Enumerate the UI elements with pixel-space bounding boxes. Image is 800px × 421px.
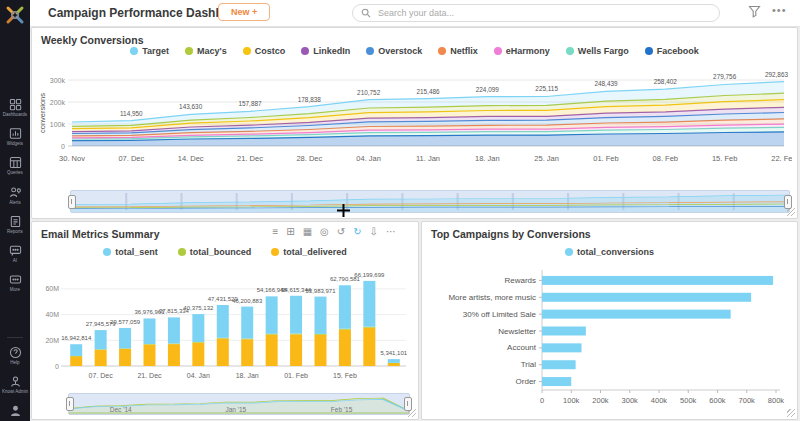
app-root: DashboardsWidgetsQueriesAlertsReportsAIM… xyxy=(0,0,800,421)
widgets-icon xyxy=(9,127,22,140)
navigator-label: Feb '15 xyxy=(331,406,352,413)
sidebar-item-label: Knowi Admin xyxy=(2,389,28,394)
navigator-label: Dec '14 xyxy=(110,406,132,413)
legend-item-linkedin[interactable]: LinkedIn xyxy=(301,46,350,56)
legend-swatch xyxy=(243,47,251,55)
knowi-logo-icon[interactable] xyxy=(4,4,26,26)
sidebar-item-alerts[interactable]: Alerts xyxy=(0,186,30,205)
widget-title: Weekly Conversions xyxy=(41,34,144,46)
sidebar-item-label: Widgets xyxy=(7,141,23,146)
svg-text:16,942,814: 16,942,814 xyxy=(61,335,92,341)
legend-label: Macy's xyxy=(197,46,227,56)
svg-text:28. Dec: 28. Dec xyxy=(296,154,322,163)
weekly-area-chart[interactable]: 0100k200k300kconversions114,950143,63015… xyxy=(36,60,792,180)
svg-text:30% off Limited Sale: 30% off Limited Sale xyxy=(463,310,537,319)
navigator-handle-right[interactable] xyxy=(784,195,792,209)
email-bar-chart[interactable]: 020M40M60M16,942,81427,945,57929,577,059… xyxy=(34,262,414,396)
legend-swatch xyxy=(130,47,138,55)
sidebar-item-help[interactable]: Help xyxy=(0,346,30,365)
sidebar-item-admin[interactable]: Knowi Admin xyxy=(0,375,30,394)
svg-text:More artists, more music: More artists, more music xyxy=(448,293,536,302)
svg-text:248,439: 248,439 xyxy=(594,80,618,87)
svg-text:215,486: 215,486 xyxy=(416,88,440,95)
sidebar-item-queries[interactable]: Queries xyxy=(0,156,30,175)
svg-text:53,983,971: 53,983,971 xyxy=(305,288,336,294)
legend-item-total-sent[interactable]: total_sent xyxy=(103,247,158,257)
svg-text:40,375,132: 40,375,132 xyxy=(183,305,214,311)
sidebar-item-dashboards[interactable]: Dashboards xyxy=(0,98,30,117)
legend-item-netflix[interactable]: Netflix xyxy=(438,46,478,56)
filter-funnel-icon[interactable] xyxy=(748,5,761,18)
resize-handle[interactable] xyxy=(787,409,795,417)
widget-title: Email Metrics Summary xyxy=(41,228,159,240)
svg-text:20M: 20M xyxy=(45,337,59,344)
sidebar-item-more[interactable]: More xyxy=(0,273,30,292)
svg-text:15. Feb: 15. Feb xyxy=(712,154,737,163)
svg-text:210,752: 210,752 xyxy=(357,89,381,96)
svg-text:29,577,059: 29,577,059 xyxy=(110,319,141,325)
legend-label: Facebook xyxy=(657,46,699,56)
export-grid-icon[interactable]: ⊞ xyxy=(286,227,294,237)
legend-item-eharmony[interactable]: eHarmony xyxy=(494,46,550,56)
widget-title: Top Campaigns by Conversions xyxy=(431,228,591,240)
weekly-range-navigator[interactable] xyxy=(70,190,790,213)
refresh-icon[interactable]: ↻ xyxy=(353,227,361,237)
sidebar-item-label: More xyxy=(10,287,20,292)
chart-settings-icon[interactable]: ▦ xyxy=(303,227,312,237)
legend-item-target[interactable]: Target xyxy=(130,46,169,56)
widget-toolbar: ≡⊞▦◎↺↻⇩⋯ xyxy=(272,227,396,237)
svg-text:Rewards: Rewards xyxy=(504,276,536,285)
legend-label: eHarmony xyxy=(506,46,550,56)
navigator-handle-left[interactable] xyxy=(66,397,74,411)
user-avatar-icon xyxy=(9,404,22,417)
svg-text:40M: 40M xyxy=(45,311,59,318)
email-range-navigator[interactable]: Dec '14 Jan '15 Feb '15 xyxy=(68,393,410,415)
queries-icon xyxy=(9,156,22,169)
navigator-handle-left[interactable] xyxy=(68,195,76,209)
legend-label: Costco xyxy=(255,46,286,56)
user-avatar[interactable] xyxy=(0,404,30,417)
navigator-handle-right[interactable] xyxy=(404,397,412,411)
svg-text:04. Jan: 04. Jan xyxy=(187,372,210,379)
svg-text:07. Dec: 07. Dec xyxy=(89,372,114,379)
legend-item-total-delivered[interactable]: total_delivered xyxy=(271,247,347,257)
insights-icon[interactable]: ◎ xyxy=(320,227,329,237)
new-button[interactable]: New + xyxy=(218,3,270,21)
svg-text:600k: 600k xyxy=(709,396,726,405)
svg-text:5,341,101: 5,341,101 xyxy=(380,350,407,356)
legend-item-facebook[interactable]: Facebook xyxy=(645,46,699,56)
email-metrics-widget: Email Metrics Summary ≡⊞▦◎↺↻⇩⋯ total_sen… xyxy=(31,221,419,420)
svg-text:100k: 100k xyxy=(563,396,580,405)
legend-item-total-conversions[interactable]: total_conversions xyxy=(565,247,654,257)
legend-item-macy-s[interactable]: Macy's xyxy=(185,46,227,56)
legend-swatch xyxy=(565,248,573,256)
svg-text:60M: 60M xyxy=(45,285,59,292)
email-legend: total_senttotal_bouncedtotal_delivered xyxy=(32,247,418,257)
legend-swatch xyxy=(271,248,279,256)
legend-item-total-bounced[interactable]: total_bounced xyxy=(178,247,252,257)
navigator-preview xyxy=(71,191,789,212)
resize-handle[interactable] xyxy=(787,208,795,216)
legend-label: Overstock xyxy=(378,46,422,56)
hamburger-menu-icon[interactable]: ≡ xyxy=(272,227,278,237)
download-icon[interactable]: ⇩ xyxy=(370,227,378,237)
search-input[interactable] xyxy=(376,7,711,19)
sidebar-item-ai[interactable]: AI xyxy=(0,244,30,263)
svg-text:21. Dec: 21. Dec xyxy=(137,372,162,379)
sidebar-item-label: Alerts xyxy=(9,200,21,205)
sidebar-item-reports[interactable]: Reports xyxy=(0,215,30,234)
dashboards-icon xyxy=(9,98,22,111)
svg-text:Newsletter: Newsletter xyxy=(498,327,536,336)
sidebar-item-widgets[interactable]: Widgets xyxy=(0,127,30,146)
legend-item-wells-fargo[interactable]: Wells Fargo xyxy=(566,46,629,56)
legend-swatch xyxy=(178,248,186,256)
history-icon[interactable]: ↺ xyxy=(337,227,345,237)
legend-label: total_sent xyxy=(115,247,158,257)
legend-item-costco[interactable]: Costco xyxy=(243,46,286,56)
header-more-icon[interactable]: ••• xyxy=(772,4,787,16)
svg-text:Trial: Trial xyxy=(521,360,536,369)
more-options-icon[interactable]: ⋯ xyxy=(386,227,396,237)
legend-item-overstock[interactable]: Overstock xyxy=(366,46,422,56)
legend-label: Target xyxy=(142,46,169,56)
top-campaigns-bar-chart[interactable]: RewardsMore artists, more music30% off L… xyxy=(424,264,794,414)
